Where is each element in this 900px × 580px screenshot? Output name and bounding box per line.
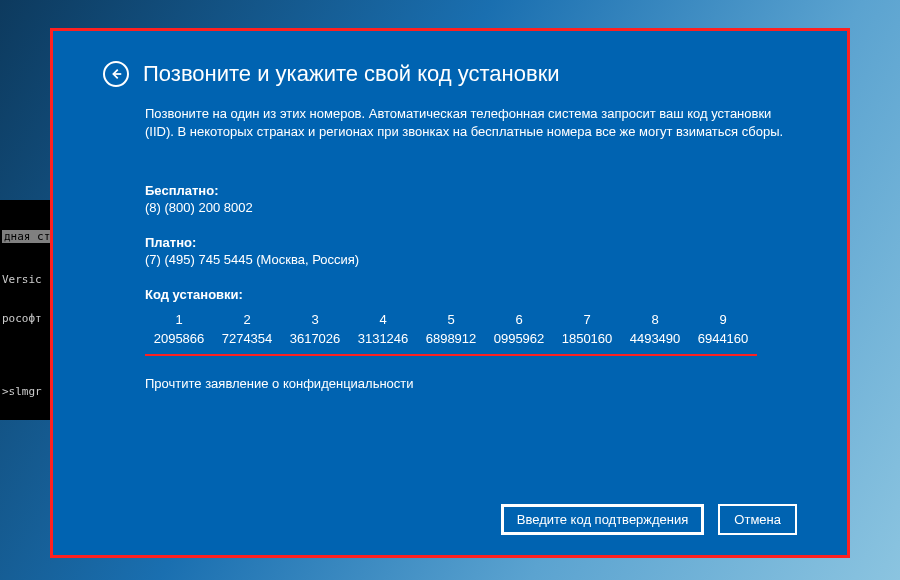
iid-header-cell: 7 [553, 310, 621, 329]
iid-value-cell: 1850160 [553, 329, 621, 348]
iid-value-cell: 6944160 [689, 329, 757, 348]
iid-header-cell: 9 [689, 310, 757, 329]
cancel-button[interactable]: Отмена [718, 504, 797, 535]
free-phone-label: Бесплатно: [145, 183, 797, 198]
iid-header-cell: 4 [349, 310, 417, 329]
free-phone-number: (8) (800) 200 8002 [145, 200, 797, 215]
iid-value-cell: 0995962 [485, 329, 553, 348]
iid-header-row: 1 2 3 4 5 6 7 8 9 [145, 310, 797, 329]
iid-header-cell: 6 [485, 310, 553, 329]
dialog-title: Позвоните и укажите свой код установки [143, 61, 560, 87]
free-phone-block: Бесплатно: (8) (800) 200 8002 [145, 183, 797, 215]
installation-id-table: 1 2 3 4 5 6 7 8 9 2095866 7274354 361702… [145, 310, 797, 348]
paid-phone-block: Платно: (7) (495) 745 5445 (Москва, Росс… [145, 235, 797, 267]
arrow-left-icon [109, 67, 123, 81]
installation-id-label: Код установки: [145, 287, 797, 302]
enter-confirmation-code-button[interactable]: Введите код подтверждения [501, 504, 705, 535]
privacy-statement-link[interactable]: Прочтите заявление о конфиденциальности [145, 376, 414, 391]
paid-phone-label: Платно: [145, 235, 797, 250]
iid-value-cell: 6898912 [417, 329, 485, 348]
iid-value-cell: 2095866 [145, 329, 213, 348]
iid-header-cell: 5 [417, 310, 485, 329]
iid-header-cell: 8 [621, 310, 689, 329]
dialog-body: Позвоните на один из этих номеров. Автом… [103, 105, 797, 492]
dialog-highlight-border: Позвоните и укажите свой код установки П… [50, 28, 850, 558]
iid-header-cell: 1 [145, 310, 213, 329]
dialog-footer: Введите код подтверждения Отмена [103, 492, 797, 535]
paid-phone-number: (7) (495) 745 5445 (Москва, Россия) [145, 252, 797, 267]
activation-dialog: Позвоните и укажите свой код установки П… [53, 31, 847, 555]
iid-value-row: 2095866 7274354 3617026 3131246 6898912 … [145, 329, 797, 348]
iid-header-cell: 3 [281, 310, 349, 329]
iid-value-cell: 7274354 [213, 329, 281, 348]
instructions-text: Позвоните на один из этих номеров. Автом… [145, 105, 797, 141]
iid-value-cell: 3131246 [349, 329, 417, 348]
iid-header-cell: 2 [213, 310, 281, 329]
back-button[interactable] [103, 61, 129, 87]
highlight-underline [145, 354, 757, 356]
iid-value-cell: 3617026 [281, 329, 349, 348]
dialog-header: Позвоните и укажите свой код установки [103, 61, 797, 87]
iid-value-cell: 4493490 [621, 329, 689, 348]
